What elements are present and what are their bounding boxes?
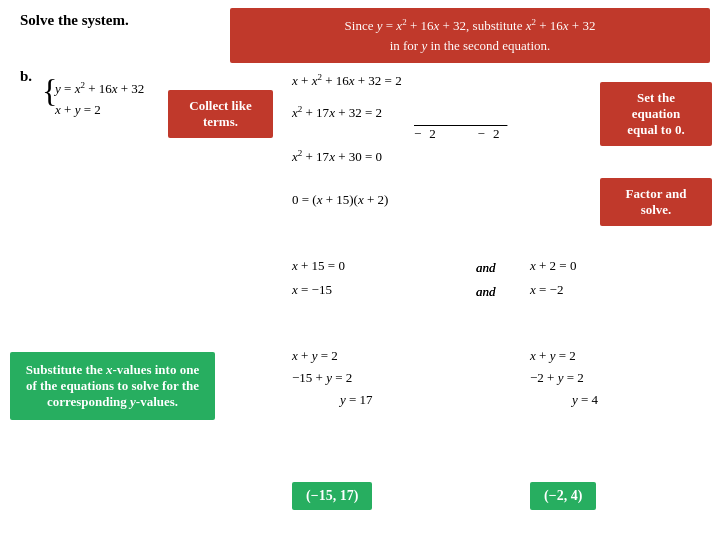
solve-eq1-left: x + 15 = 0 (292, 258, 345, 274)
solve-eq1-right: x + 2 = 0 (530, 258, 576, 274)
step1-eq: x + x2 + 16x + 32 = 2 (292, 72, 402, 89)
subtract-line: −2 −2 (414, 126, 507, 142)
set-equal-box: Set theequationequal to 0. (600, 82, 712, 146)
left-step3: y = 17 (340, 392, 373, 408)
system-eq1: y = x2 + 16x + 32 (55, 80, 144, 97)
left-step1: x + y = 2 (292, 348, 338, 364)
step3-eq: x2 + 17x + 30 = 0 (292, 148, 382, 165)
collect-terms-box: Collect liketerms. (168, 90, 273, 138)
banner-text2: in for y in the second equation. (390, 38, 551, 53)
substitute-box: Substitute the x-values into one of the … (10, 352, 215, 420)
right-step3: y = 4 (572, 392, 598, 408)
left-step2: −15 + y = 2 (292, 370, 352, 386)
page-title: Solve the system. (20, 12, 129, 29)
solve-eq2-right: x = −2 (530, 282, 563, 298)
problem-label: b. (20, 68, 32, 85)
system-eq2: x + y = 2 (55, 102, 101, 118)
answer-box-1: (−15, 17) (292, 482, 372, 510)
step2-eq: x2 + 17x + 32 = 2 (292, 104, 382, 121)
factor-solve-box: Factor andsolve. (600, 178, 712, 226)
and-connector-1: and (476, 260, 496, 276)
and-connector-2: and (476, 284, 496, 300)
answer-box-2: (−2, 4) (530, 482, 596, 510)
right-step2: −2 + y = 2 (530, 370, 584, 386)
factored-eq: 0 = (x + 15)(x + 2) (292, 192, 388, 208)
solve-eq2-left: x = −15 (292, 282, 332, 298)
right-step1: x + y = 2 (530, 348, 576, 364)
substitution-banner: Since y = x2 + 16x + 32, substitute x2 +… (230, 8, 710, 63)
banner-text: y = x2 + 16x + 32, substitute x2 + 16x +… (377, 18, 596, 33)
